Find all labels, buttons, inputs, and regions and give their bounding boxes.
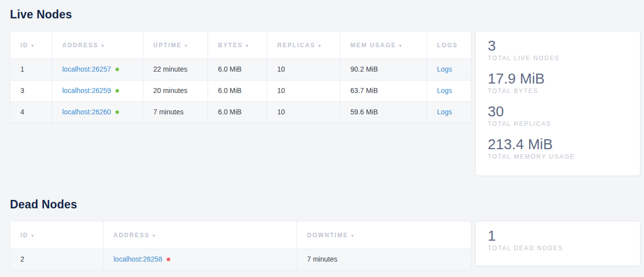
cell-node-bytes: 6.0 MiB <box>208 59 267 81</box>
node-address-link[interactable]: localhost:26260 <box>62 108 111 116</box>
node-live-status-icon <box>115 68 119 71</box>
cell-node-mem-usage: 59.6 MiB <box>340 102 427 123</box>
dead-nodes-table: ID▾ ADDRESS▾ DOWNTIME▾ 2 <box>10 221 471 271</box>
column-header-address[interactable]: ADDRESS▾ <box>52 31 143 59</box>
live-nodes-summary-card: 3 TOTAL LIVE NODES 17.9 MiB TOTAL BYTES … <box>475 31 641 176</box>
live-nodes-row: ID▾ ADDRESS▾ UPTIME▾ BYTES▾ <box>10 31 641 176</box>
summary-stat-label: TOTAL DEAD NODES <box>488 245 628 252</box>
sort-desc-icon: ▾ <box>31 43 35 48</box>
column-header-downtime[interactable]: DOWNTIME▾ <box>297 221 471 249</box>
table-row: 1 localhost:26257 22 minutes 6.0 MiB 10 … <box>10 59 471 81</box>
cell-node-logs: Logs <box>427 81 471 102</box>
cell-node-id: 4 <box>10 102 52 123</box>
node-logs-link[interactable]: Logs <box>437 87 452 94</box>
column-header-label: MEM USAGE <box>350 42 396 49</box>
table-row: 4 localhost:26260 7 minutes 6.0 MiB 10 5… <box>10 102 471 123</box>
cell-node-replicas: 10 <box>267 102 340 123</box>
dead-nodes-summary-card: 1 TOTAL DEAD NODES <box>475 221 641 266</box>
column-header-uptime[interactable]: UPTIME▾ <box>143 31 208 59</box>
column-header-mem-usage[interactable]: MEM USAGE▾ <box>340 31 427 59</box>
column-header-label: UPTIME <box>153 42 182 49</box>
live-nodes-header-row: ID▾ ADDRESS▾ UPTIME▾ BYTES▾ <box>10 31 471 59</box>
cell-node-replicas: 10 <box>267 81 340 102</box>
node-dead-status-icon <box>167 258 170 261</box>
live-nodes-table-wrap: ID▾ ADDRESS▾ UPTIME▾ BYTES▾ <box>10 31 471 123</box>
cell-node-address: localhost:26260 <box>52 102 143 123</box>
cell-node-uptime: 20 minutes <box>143 81 208 102</box>
cell-node-logs: Logs <box>427 59 471 81</box>
summary-stat-total-memory-usage: 213.4 MiB TOTAL MEMORY USAGE <box>488 136 628 161</box>
cell-node-address: localhost:26259 <box>52 81 143 102</box>
summary-stat-total-dead-nodes: 1 TOTAL DEAD NODES <box>488 228 628 252</box>
sort-desc-icon: ▾ <box>399 43 403 48</box>
column-header-label: LOGS <box>437 42 458 49</box>
column-header-id[interactable]: ID▾ <box>10 31 52 59</box>
cell-node-uptime: 22 minutes <box>143 59 208 81</box>
sort-desc-icon: ▾ <box>31 233 35 238</box>
summary-stat-value: 30 <box>488 103 628 120</box>
cell-node-id: 1 <box>10 59 52 81</box>
cell-node-downtime: 7 minutes <box>297 249 471 271</box>
column-header-label: ADDRESS <box>62 42 99 49</box>
column-header-label: ID <box>20 42 28 49</box>
node-address-link[interactable]: localhost:26259 <box>62 87 111 94</box>
live-nodes-table: ID▾ ADDRESS▾ UPTIME▾ BYTES▾ <box>10 31 471 123</box>
summary-stat-label: TOTAL LIVE NODES <box>488 55 628 62</box>
dead-nodes-heading: Dead Nodes <box>10 176 641 211</box>
sort-desc-icon: ▾ <box>102 43 105 48</box>
live-nodes-section: Live Nodes ID▾ ADDRESS▾ <box>10 0 641 176</box>
dead-nodes-table-wrap: ID▾ ADDRESS▾ DOWNTIME▾ 2 <box>10 221 471 271</box>
summary-stat-value: 3 <box>488 38 628 54</box>
column-header-label: ID <box>20 232 28 239</box>
cell-node-id: 2 <box>10 249 104 271</box>
cell-node-mem-usage: 63.7 MiB <box>340 81 427 102</box>
summary-stat-value: 1 <box>488 228 628 244</box>
summary-stat-label: TOTAL BYTES <box>488 88 628 95</box>
dead-nodes-section: Dead Nodes ID▾ ADDRESS▾ <box>10 176 641 271</box>
node-logs-link[interactable]: Logs <box>437 65 452 73</box>
cell-node-logs: Logs <box>427 102 471 123</box>
cell-node-uptime: 7 minutes <box>143 102 208 123</box>
live-nodes-heading: Live Nodes <box>10 0 641 21</box>
column-header-replicas[interactable]: REPLICAS▾ <box>267 31 340 59</box>
column-header-label: ADDRESS <box>113 232 150 239</box>
cell-node-id: 3 <box>10 81 52 102</box>
table-row: 3 localhost:26259 20 minutes 6.0 MiB 10 … <box>10 81 471 102</box>
summary-stat-value: 213.4 MiB <box>488 136 628 153</box>
summary-stat-label: TOTAL REPLICAS <box>488 120 628 128</box>
summary-stat-label: TOTAL MEMORY USAGE <box>488 153 628 161</box>
summary-stat-total-bytes: 17.9 MiB TOTAL BYTES <box>488 71 628 95</box>
summary-stat-total-replicas: 30 TOTAL REPLICAS <box>488 103 628 128</box>
column-header-logs: LOGS <box>427 31 471 59</box>
summary-stat-total-live-nodes: 3 TOTAL LIVE NODES <box>488 38 628 62</box>
cell-node-address: localhost:26258 <box>104 249 297 271</box>
cell-node-bytes: 6.0 MiB <box>208 102 267 123</box>
summary-stat-value: 17.9 MiB <box>488 71 628 87</box>
sort-desc-icon: ▾ <box>153 233 156 238</box>
column-header-address[interactable]: ADDRESS▾ <box>104 221 297 249</box>
sort-desc-icon: ▾ <box>246 43 249 48</box>
table-row: 2 localhost:26258 7 minutes <box>10 249 471 271</box>
column-header-bytes[interactable]: BYTES▾ <box>208 31 267 59</box>
column-header-label: REPLICAS <box>277 42 316 49</box>
column-header-id[interactable]: ID▾ <box>10 221 104 249</box>
nodes-overview-page: Live Nodes ID▾ ADDRESS▾ <box>0 0 644 271</box>
cell-node-replicas: 10 <box>267 59 340 81</box>
dead-nodes-row: ID▾ ADDRESS▾ DOWNTIME▾ 2 <box>10 221 641 271</box>
cell-node-bytes: 6.0 MiB <box>208 81 267 102</box>
sort-desc-icon: ▾ <box>319 43 322 48</box>
sort-desc-icon: ▾ <box>351 233 355 238</box>
node-live-status-icon <box>115 89 119 92</box>
column-header-label: DOWNTIME <box>307 232 348 239</box>
node-address-link[interactable]: localhost:26257 <box>62 65 111 73</box>
cell-node-address: localhost:26257 <box>52 59 143 81</box>
node-address-link[interactable]: localhost:26258 <box>113 255 162 263</box>
dead-nodes-header-row: ID▾ ADDRESS▾ DOWNTIME▾ <box>10 221 471 249</box>
node-logs-link[interactable]: Logs <box>437 108 452 116</box>
sort-desc-icon: ▾ <box>185 43 188 48</box>
column-header-label: BYTES <box>218 42 243 49</box>
node-live-status-icon <box>115 110 119 114</box>
cell-node-mem-usage: 90.2 MiB <box>340 59 427 81</box>
